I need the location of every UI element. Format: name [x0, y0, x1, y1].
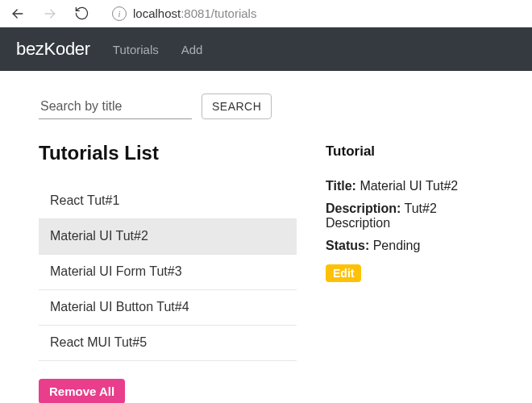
detail-panel: Tutorial Title: Material UI Tut#2 Descri…	[326, 142, 493, 403]
url-host: localhost	[133, 6, 181, 20]
nav-link-tutorials[interactable]: Tutorials	[113, 43, 159, 56]
forward-icon	[42, 6, 58, 22]
search-row: SEARCH	[39, 93, 493, 119]
search-button[interactable]: SEARCH	[202, 93, 272, 119]
detail-heading: Tutorial	[326, 143, 493, 160]
site-info-icon[interactable]: i	[112, 6, 127, 21]
detail-status-label: Status:	[326, 239, 369, 252]
list-panel: Tutorials List React Tut#1 Material UI T…	[39, 142, 297, 403]
content-columns: Tutorials List React Tut#1 Material UI T…	[39, 142, 493, 403]
search-input[interactable]	[39, 94, 192, 119]
nav-link-add[interactable]: Add	[181, 43, 203, 56]
browser-nav-icons	[10, 6, 89, 22]
list-heading: Tutorials List	[39, 142, 297, 164]
browser-toolbar: i localhost:8081/tutorials	[0, 0, 532, 27]
detail-title-value: Material UI Tut#2	[360, 179, 458, 193]
brand-logo[interactable]: bezKoder	[16, 39, 90, 60]
detail-status-value: Pending	[373, 239, 421, 252]
list-item[interactable]: Material UI Form Tut#3	[39, 255, 297, 290]
detail-title-label: Title:	[326, 179, 356, 193]
tutorial-list: React Tut#1 Material UI Tut#2 Material U…	[39, 184, 297, 361]
detail-status-row: Status: Pending	[326, 239, 493, 253]
detail-description-label: Description:	[326, 202, 401, 215]
back-icon[interactable]	[10, 6, 26, 22]
edit-button[interactable]: Edit	[326, 264, 361, 282]
app-navbar: bezKoder Tutorials Add	[0, 27, 532, 71]
reload-icon[interactable]	[74, 6, 89, 21]
url-path: :8081/tutorials	[181, 6, 256, 20]
address-bar[interactable]: i localhost:8081/tutorials	[112, 6, 256, 21]
list-item[interactable]: React Tut#1	[39, 184, 297, 219]
list-item[interactable]: Material UI Button Tut#4	[39, 290, 297, 326]
main-container: SEARCH Tutorials List React Tut#1 Materi…	[0, 71, 532, 403]
detail-title-row: Title: Material UI Tut#2	[326, 179, 493, 193]
list-item[interactable]: React MUI Tut#5	[39, 326, 297, 361]
remove-all-button[interactable]: Remove All	[39, 379, 125, 403]
url-text: localhost:8081/tutorials	[133, 6, 256, 20]
detail-description-row: Description: Tut#2 Description	[326, 202, 493, 231]
list-item[interactable]: Material UI Tut#2	[39, 219, 297, 255]
